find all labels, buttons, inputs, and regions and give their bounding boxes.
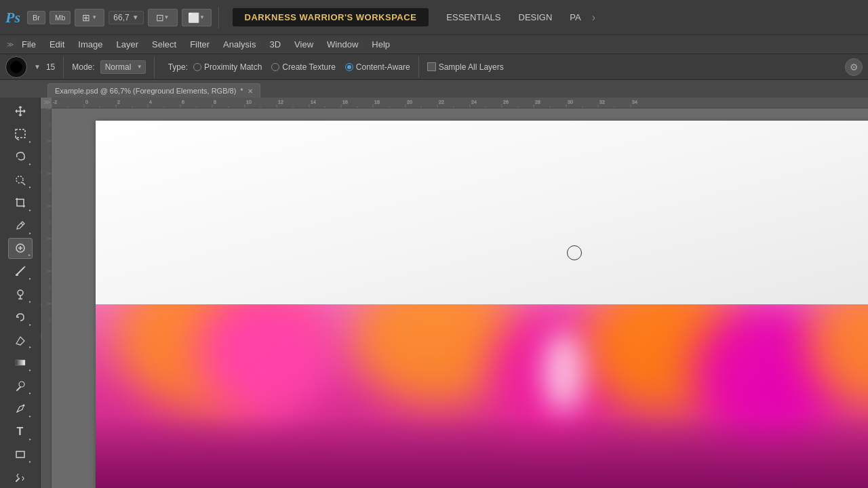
menu-layer[interactable]: Layer: [110, 37, 146, 52]
svg-point-4: [18, 290, 23, 296]
spot-healing-arrow: ▸: [28, 252, 31, 257]
canvas-container[interactable]: [52, 108, 868, 488]
type-icon: T: [17, 426, 24, 438]
pa-btn[interactable]: PA: [563, 9, 587, 26]
tab-bar: ≫ Example.psd @ 66,7% (Foreground Elemen…: [0, 80, 868, 98]
menu-window[interactable]: Window: [320, 37, 365, 52]
menu-analysis[interactable]: Analysis: [216, 37, 262, 52]
svg-rect-0: [16, 129, 25, 138]
brush-tool[interactable]: ▸: [8, 260, 33, 282]
canvas-document[interactable]: [96, 121, 868, 488]
more-workspaces-arrow[interactable]: ›: [592, 12, 595, 24]
svg-text:4: 4: [41, 203, 41, 206]
gradient-icon: [14, 357, 26, 369]
menu-edit[interactable]: Edit: [43, 37, 71, 52]
ps-logo: Ps: [5, 9, 20, 26]
mode-select[interactable]: Normal: [100, 60, 146, 74]
type-arrow: ▸: [29, 436, 31, 441]
content-aware-radio[interactable]: Content-Aware: [345, 62, 410, 72]
options-sep-3: [418, 56, 419, 78]
svg-text:30: 30: [568, 100, 573, 104]
type-radio-group: Proximity Match Create Texture Content-A…: [193, 62, 410, 72]
mode-select-wrap[interactable]: Normal: [100, 60, 146, 74]
eyedropper-arrow: ▸: [29, 230, 31, 235]
view-mode-btn[interactable]: ⊡ ▼: [148, 9, 178, 26]
svg-text:8: 8: [214, 100, 216, 104]
proximity-match-radio[interactable]: Proximity Match: [193, 62, 262, 72]
create-texture-circle: [271, 63, 279, 71]
content-aware-circle: [345, 63, 353, 71]
history-brush-tool[interactable]: ▸: [8, 306, 33, 328]
horizontal-ruler: -2 0 2 4 6 8 10 12 14: [52, 98, 868, 108]
v-ruler-svg: 0 2 4 6 8 10 12: [41, 108, 52, 488]
svg-text:2: 2: [41, 171, 41, 174]
svg-point-1: [16, 176, 23, 183]
canvas-area: -2 0 2 4 6 8 10 12 14: [41, 98, 868, 488]
screen-mode-btn[interactable]: ⬜ ▼: [182, 9, 212, 26]
brush-size-value: 15: [46, 62, 55, 72]
dodge-tool[interactable]: ▸: [8, 375, 33, 396]
brush-preview[interactable]: [5, 56, 27, 78]
brush-dropdown-arrow[interactable]: ▼: [34, 63, 41, 70]
layout-dropdown-arrow: ▼: [92, 14, 97, 20]
panels-toggle[interactable]: ≫: [42, 97, 52, 107]
svg-point-7: [22, 404, 24, 406]
svg-text:6: 6: [182, 100, 184, 104]
zoom-control[interactable]: 66,7 ▼: [108, 11, 143, 24]
screen-mode-icon: ⬜: [188, 12, 199, 23]
eraser-tool[interactable]: ▸: [8, 329, 33, 351]
tool-preset-picker[interactable]: ⚙: [845, 58, 863, 76]
menu-select[interactable]: Select: [145, 37, 183, 52]
svg-text:8: 8: [41, 268, 41, 271]
h-ruler-svg: -2 0 2 4 6 8 10 12 14: [52, 98, 868, 108]
document-tab-close[interactable]: ✕: [248, 87, 253, 95]
eyedropper-icon: [14, 220, 26, 232]
vertical-ruler: 0 2 4 6 8 10 12: [41, 108, 52, 488]
svg-text:32: 32: [599, 100, 605, 104]
options-sep-2: [154, 56, 155, 78]
svg-rect-8: [16, 451, 24, 458]
eraser-arrow: ▸: [29, 344, 31, 349]
menu-3d[interactable]: 3D: [262, 37, 288, 52]
gradient-arrow: ▸: [29, 367, 31, 372]
br-button[interactable]: Br: [27, 11, 45, 24]
history-brush-icon: [14, 311, 26, 323]
create-texture-radio[interactable]: Create Texture: [271, 62, 336, 72]
gradient-tool[interactable]: ▸: [8, 352, 33, 373]
svg-text:6: 6: [41, 236, 41, 239]
document-tab[interactable]: Example.psd @ 66,7% (Foreground Elements…: [47, 83, 260, 98]
quick-selection-tool[interactable]: ▸: [8, 169, 33, 190]
eyedropper-tool[interactable]: ▸: [8, 215, 33, 237]
svg-text:14: 14: [311, 100, 316, 104]
shape-tool[interactable]: ▸: [8, 444, 33, 466]
pen-tool[interactable]: ▸: [8, 398, 33, 420]
mb-button[interactable]: Mb: [50, 11, 71, 24]
canvas-top-area: [96, 121, 868, 323]
move-tool[interactable]: [8, 100, 33, 122]
main-area: ▸ ▸ ▸ ▸: [0, 98, 868, 488]
spot-healing-tool[interactable]: ▸: [8, 238, 33, 260]
design-btn[interactable]: DESIGN: [512, 9, 559, 26]
clone-stamp-tool[interactable]: ▸: [8, 283, 33, 305]
type-tool[interactable]: T ▸: [8, 421, 33, 443]
zoom-dropdown-arrow[interactable]: ▼: [132, 14, 139, 21]
sample-all-layers-box: [427, 62, 436, 71]
selection-tool[interactable]: ▸: [8, 123, 33, 145]
menu-file[interactable]: File: [15, 37, 43, 52]
zoom-tool[interactable]: [8, 466, 33, 488]
menu-help[interactable]: Help: [365, 37, 397, 52]
proximity-match-circle: [193, 63, 201, 71]
sample-all-layers-checkbox[interactable]: Sample All Layers: [427, 62, 504, 72]
selection-tool-icon: [14, 128, 26, 140]
crop-tool[interactable]: ▸: [8, 192, 33, 214]
proximity-match-label: Proximity Match: [204, 62, 262, 72]
menu-view[interactable]: View: [288, 37, 320, 52]
menu-image[interactable]: Image: [71, 37, 109, 52]
essentials-btn[interactable]: ESSENTIALS: [439, 9, 507, 26]
lasso-tool[interactable]: ▸: [8, 146, 33, 168]
layout-icon-btn[interactable]: ⊞ ▼: [75, 9, 104, 26]
quick-selection-icon: [14, 174, 26, 186]
menu-collapse-arrow[interactable]: ≫: [5, 39, 15, 49]
create-texture-label: Create Texture: [282, 62, 336, 72]
menu-filter[interactable]: Filter: [183, 37, 216, 52]
